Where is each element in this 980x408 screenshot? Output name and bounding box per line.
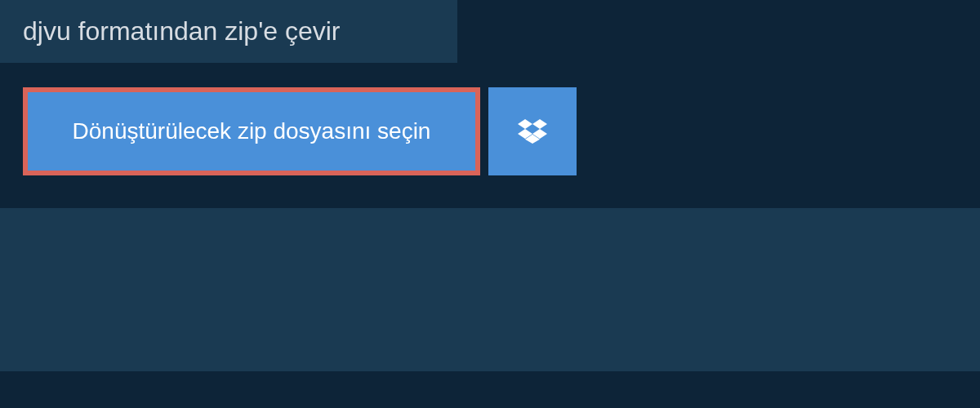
bottom-panel: [0, 208, 980, 371]
select-file-label: Dönüştürülecek zip dosyasını seçin: [73, 118, 431, 144]
header-bar: djvu formatından zip'e çevir: [0, 0, 457, 63]
button-row: Dönüştürülecek zip dosyasını seçin: [23, 87, 957, 175]
dropbox-icon: [518, 117, 547, 146]
select-file-button[interactable]: Dönüştürülecek zip dosyasını seçin: [23, 87, 480, 175]
page-title: djvu formatından zip'e çevir: [23, 16, 434, 47]
content-area: Dönüştürülecek zip dosyasını seçin: [0, 63, 980, 208]
dropbox-button[interactable]: [488, 87, 577, 175]
